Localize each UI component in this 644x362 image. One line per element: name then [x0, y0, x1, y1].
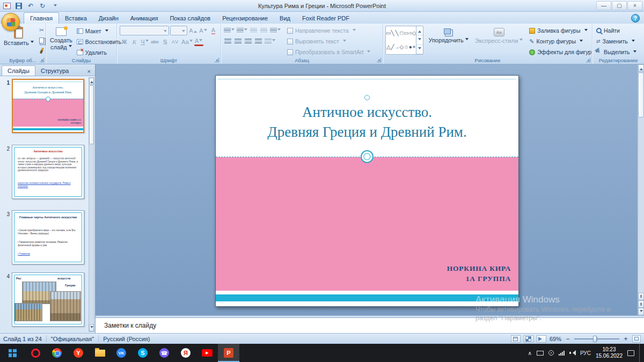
shape-diamond2[interactable]: ◇	[399, 45, 404, 50]
align-center-button[interactable]	[233, 36, 243, 46]
canvas-scroll-up-button[interactable]	[638, 64, 644, 72]
shape-fill-button[interactable]: Заливка фигуры	[528, 26, 600, 35]
strikethrough-button[interactable]: abc	[150, 37, 159, 46]
shape-diamond[interactable]: ◇	[412, 31, 416, 36]
grow-font-button[interactable]: А	[188, 26, 197, 35]
format-painter-button[interactable]	[36, 46, 47, 55]
shape-star[interactable]: ☆	[404, 45, 408, 50]
clear-formatting-button[interactable]: А	[209, 26, 218, 35]
panel-scroll-up-button[interactable]	[89, 78, 94, 85]
slide-title-placeholder[interactable]: Античное искусство. Древняя Греция и Дре…	[216, 102, 518, 142]
tab-animation[interactable]: Анимация	[125, 13, 164, 24]
taskbar-opera[interactable]	[25, 344, 46, 362]
shapes-scroll-down[interactable]	[416, 35, 423, 45]
tab-home[interactable]: Главная	[24, 12, 59, 24]
theme-name[interactable]: "Официальная"	[51, 336, 94, 342]
change-case-button[interactable]: Аа	[181, 37, 193, 46]
panel-scroll-thumb[interactable]	[89, 85, 94, 144]
font-dialog-launcher[interactable]	[215, 58, 219, 62]
app-icon[interactable]	[2, 1, 12, 11]
next-slide-button[interactable]: ⇟	[638, 300, 644, 308]
tray-volume-icon[interactable]	[569, 350, 575, 356]
tab-insert[interactable]: Вставка	[59, 13, 93, 24]
taskbar-viber[interactable]: ☎	[153, 344, 175, 362]
replace-button[interactable]: ⇄Заменить	[595, 36, 642, 46]
panel-tab-slides[interactable]: Слайды	[2, 65, 35, 76]
taskbar-powerpoint[interactable]: P	[218, 344, 239, 362]
shape-outline-button[interactable]: ✎Контур фигуры	[528, 36, 600, 46]
slide-sorter-view-button[interactable]	[524, 335, 533, 343]
fit-slide-to-window-button[interactable]	[632, 335, 641, 343]
justify-button[interactable]	[254, 36, 263, 46]
delete-slide-button[interactable]: Удалить	[75, 48, 123, 57]
slide-thumbnail-2[interactable]: Античное искусство (от лат. antiquus — д…	[12, 145, 84, 199]
smartart-convert-button[interactable]: Преобразовать в SmartArt	[286, 47, 372, 57]
shape-line2[interactable]: ╲	[395, 31, 398, 36]
shrink-font-button[interactable]: А	[199, 26, 208, 35]
numbering-button[interactable]	[236, 26, 248, 35]
save-button[interactable]	[14, 1, 24, 11]
text-direction-button[interactable]: Направление текста	[286, 26, 372, 35]
office-button[interactable]	[2, 13, 20, 31]
show-desktop-button[interactable]	[639, 344, 642, 362]
qat-customize-button[interactable]	[49, 1, 59, 11]
shape-plus[interactable]: +	[413, 45, 416, 50]
taskbar-yandex[interactable]: Y	[68, 344, 89, 362]
find-button[interactable]: Найти	[595, 26, 642, 35]
paragraph-dialog-launcher[interactable]	[377, 58, 381, 62]
tab-view[interactable]: Вид	[274, 13, 296, 24]
slide-author-placeholder[interactable]: НОРКИНА КИРА 1А ГРУППА	[447, 263, 511, 284]
normal-view-button[interactable]	[511, 335, 521, 343]
shape-arrow[interactable]: →	[394, 45, 399, 50]
columns-button[interactable]	[264, 36, 276, 46]
drawing-dialog-launcher[interactable]	[586, 58, 590, 62]
character-spacing-button[interactable]: AV	[171, 37, 180, 46]
bold-button[interactable]: Ж	[120, 37, 129, 46]
panel-tab-outline[interactable]: Структура	[35, 66, 74, 76]
panel-scrollbar[interactable]	[89, 77, 94, 332]
notes-pane[interactable]: Заметки к слайду	[96, 317, 644, 333]
shapes-more-button[interactable]	[416, 45, 423, 54]
align-left-button[interactable]	[223, 36, 232, 46]
copy-button[interactable]	[36, 35, 47, 45]
shape-line[interactable]: ╲	[391, 31, 394, 36]
quick-styles-button[interactable]: Аа Экспресс-стили	[473, 26, 524, 46]
minimize-button[interactable]: —	[596, 1, 611, 10]
shape-square[interactable]: □	[400, 31, 403, 36]
slide-thumbnail-1[interactable]: Античное искусство. Древняя Греция и Дре…	[12, 79, 84, 133]
start-button[interactable]	[0, 344, 25, 362]
taskbar-youtube[interactable]: ▶	[196, 344, 218, 362]
tray-status-icon[interactable]	[548, 350, 554, 356]
align-right-button[interactable]	[244, 36, 253, 46]
taskbar-yandex-browser[interactable]: Я	[175, 344, 196, 362]
slideshow-view-button[interactable]	[537, 335, 546, 343]
zoom-slider[interactable]	[574, 338, 619, 339]
slide-thumbnail-4[interactable]: Рас искусств Греции	[12, 272, 84, 327]
font-size-combo[interactable]	[170, 26, 187, 35]
taskbar-skype[interactable]: S	[132, 344, 153, 362]
tray-clock[interactable]: 10:23 15.06.2022	[596, 346, 623, 359]
tray-display-icon[interactable]	[537, 351, 544, 356]
zoom-level[interactable]: 69%	[550, 336, 561, 342]
previous-slide-button[interactable]: ⇞	[638, 293, 644, 300]
redo-button[interactable]: ↻	[38, 1, 47, 11]
action-center-button[interactable]	[627, 350, 634, 356]
tab-design[interactable]: Дизайн	[93, 13, 125, 24]
font-color-button[interactable]: А	[194, 37, 203, 46]
panel-close-button[interactable]: ×	[85, 67, 93, 76]
tab-review[interactable]: Рецензирование	[216, 13, 274, 24]
language-status[interactable]: Русский (Россия)	[103, 336, 150, 342]
line-spacing-button[interactable]	[269, 26, 281, 35]
undo-button[interactable]: ↶	[26, 1, 35, 11]
slide-thumbnail-3[interactable]: Главные черты Античного искусства • Свои…	[12, 210, 84, 264]
shape-effects-button[interactable]: Эффекты для фигур	[528, 47, 600, 57]
clipboard-dialog-launcher[interactable]	[40, 58, 44, 62]
align-text-button[interactable]: Выровнять текст	[286, 36, 372, 46]
shape-circle[interactable]: ●	[409, 45, 412, 50]
bullets-button[interactable]	[223, 26, 235, 35]
slide-editing-surface[interactable]: Античное искусство. Древняя Греция и Дре…	[215, 75, 519, 307]
taskbar-vk[interactable]: VK	[111, 344, 132, 362]
layout-button[interactable]: Макет	[75, 26, 123, 36]
canvas-scrollbar[interactable]: ⇞ ⇟	[638, 64, 644, 315]
cut-button[interactable]: ✂	[36, 25, 47, 35]
